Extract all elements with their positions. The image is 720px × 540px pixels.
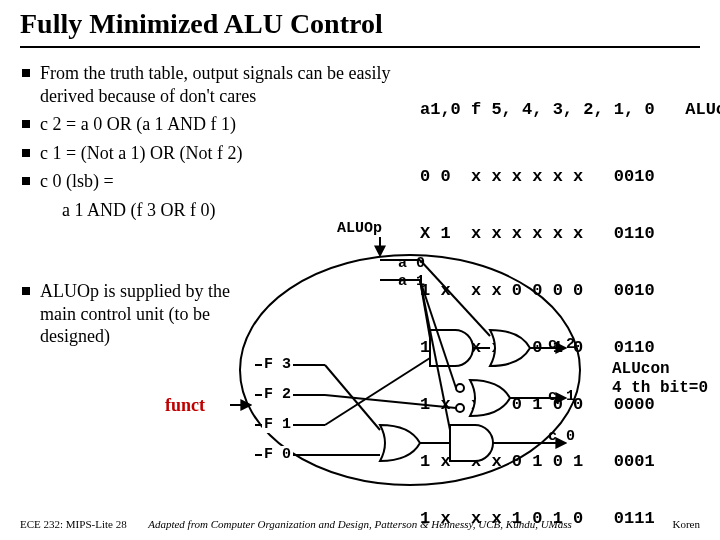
f1-label: F 1 bbox=[262, 416, 293, 433]
footer-center: Adapted from Computer Organization and D… bbox=[0, 518, 720, 530]
aluop-label: ALUOp bbox=[335, 220, 384, 237]
funct-label: funct bbox=[165, 395, 205, 416]
bullet-list-2: ALUOp is supplied by the main control un… bbox=[22, 280, 252, 354]
f3-label: F 3 bbox=[262, 356, 293, 373]
title-rule bbox=[20, 46, 700, 48]
footer-right: Koren bbox=[673, 518, 701, 530]
table-row: 0 0 x x x x x x 0010 bbox=[420, 167, 720, 186]
a1-label: a 1 bbox=[398, 273, 425, 290]
c2-label: c 2 bbox=[548, 336, 575, 353]
svg-point-10 bbox=[456, 384, 464, 392]
bullet-text: From the truth table, output signals can… bbox=[40, 62, 392, 107]
svg-line-17 bbox=[325, 395, 456, 408]
bullet-list: From the truth table, output signals can… bbox=[22, 62, 392, 221]
svg-line-16 bbox=[325, 358, 430, 425]
alucon-note: ALUcon 4 th bit=0 bbox=[612, 360, 708, 398]
f2-label: F 2 bbox=[262, 386, 293, 403]
table-header: a1,0 bbox=[420, 100, 461, 119]
bullet-tail: a 1 AND (f 3 OR f 0) bbox=[62, 199, 392, 222]
table-header: ALUcon bbox=[685, 100, 720, 119]
bullet-text: c 2 = a 0 OR (a 1 AND f 1) bbox=[40, 113, 392, 136]
bullet-text: c 1 = (Not a 1) OR (Not f 2) bbox=[40, 142, 392, 165]
table-header: f 5, 4, 3, 2, 1, 0 bbox=[471, 100, 655, 119]
f0-label: F 0 bbox=[262, 446, 293, 463]
bullet-text: c 0 (lsb) = bbox=[40, 170, 392, 193]
svg-line-19 bbox=[420, 260, 490, 336]
a0-label: a 0 bbox=[398, 255, 425, 272]
bullet-text: ALUOp is supplied by the main control un… bbox=[40, 280, 252, 348]
page-title: Fully Minimized ALU Control bbox=[20, 8, 383, 40]
c1-label: c 1 bbox=[548, 388, 575, 405]
svg-point-11 bbox=[456, 404, 464, 412]
c0-label: c 0 bbox=[548, 428, 575, 445]
